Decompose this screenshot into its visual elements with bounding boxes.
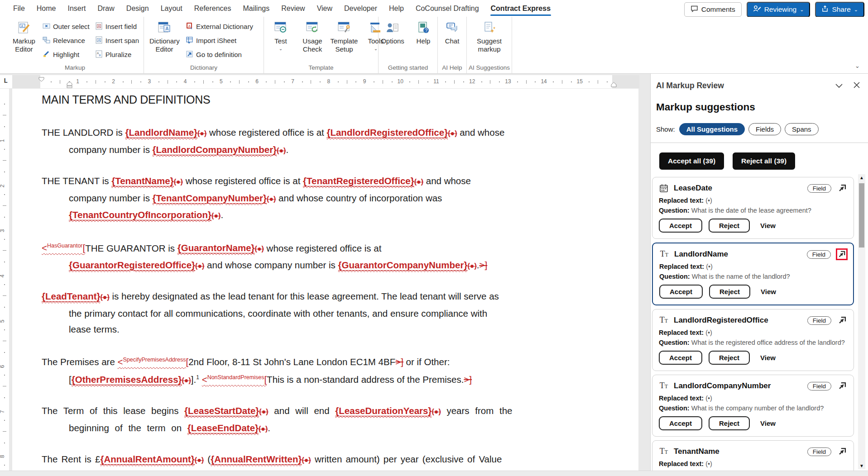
document-text: whose registered office is at xyxy=(206,127,326,138)
tab-selector-icon[interactable]: L xyxy=(4,77,8,85)
reject-button[interactable]: Reject xyxy=(709,416,750,430)
field-token-AnnualRentAmount: {AnnualRentAmount}(●) xyxy=(100,454,204,464)
reject-button[interactable]: Reject xyxy=(709,285,750,299)
accept-all-button[interactable]: Accept all (39) xyxy=(659,152,724,170)
dictionary-editor-button[interactable]: A Dictionary Editor xyxy=(147,19,182,53)
help-button[interactable]: ? Help xyxy=(409,19,437,45)
insert-field-button[interactable]: A Insert field xyxy=(93,19,141,33)
tab-review[interactable]: Review xyxy=(275,0,311,17)
document-page[interactable]: MAIN TERMS AND DEFINITIONS THE LANDLORD … xyxy=(12,89,638,471)
close-icon[interactable] xyxy=(854,82,860,90)
suggestion-card-TenantName[interactable]: TTTenantNameFieldReplaced text: (•) xyxy=(652,440,854,471)
chevron-down-icon[interactable] xyxy=(835,82,843,90)
scrollbar-down-icon[interactable]: ▼ xyxy=(858,462,865,469)
tab-draw[interactable]: Draw xyxy=(91,0,120,17)
accept-button[interactable]: Accept xyxy=(659,416,702,430)
pluralize-button[interactable]: Aa Pluralize xyxy=(93,48,141,62)
accept-button[interactable]: Accept xyxy=(659,219,702,233)
scrollbar-thumb[interactable] xyxy=(859,183,864,248)
share-button[interactable]: Share ⌄ xyxy=(815,2,864,17)
filter-fields[interactable]: Fields xyxy=(748,123,781,135)
tab-cocounsel-drafting[interactable]: CoCounsel Drafting xyxy=(410,0,485,17)
suggest-markup-button[interactable]: Suggest markup xyxy=(473,19,506,53)
chat-button[interactable]: Chat xyxy=(438,19,466,45)
field-token-GuarantorRegisteredOffice: {GuarantorRegisteredOffice}(●) xyxy=(69,260,204,270)
ruler-tick xyxy=(123,81,124,82)
field-type-badge: Field xyxy=(807,316,831,325)
goto-document-icon[interactable] xyxy=(836,182,848,194)
tab-design[interactable]: Design xyxy=(120,0,155,17)
test-button[interactable]: Test ⌄ xyxy=(267,19,295,51)
tab-references[interactable]: References xyxy=(188,0,237,17)
tab-insert[interactable]: Insert xyxy=(62,0,91,17)
view-link[interactable]: View xyxy=(760,354,776,362)
filter-spans[interactable]: Spans xyxy=(785,123,819,135)
collapse-ribbon-icon[interactable]: ⌄ xyxy=(855,62,860,69)
tab-file[interactable]: File xyxy=(7,0,31,17)
ruler-tick xyxy=(60,80,60,84)
relevance-button[interactable]: Relevance xyxy=(41,33,91,48)
goto-document-icon[interactable] xyxy=(836,248,848,260)
reject-button[interactable]: Reject xyxy=(709,351,750,365)
goto-document-icon[interactable] xyxy=(836,314,848,326)
ruler-tick xyxy=(427,81,428,82)
tab-developer[interactable]: Developer xyxy=(338,0,383,17)
document-area: L 123456789101112131415 12345678 MAIN TE… xyxy=(0,74,650,471)
ruler-tick xyxy=(4,104,5,105)
reviewing-button[interactable]: Reviewing ⌄ xyxy=(747,2,810,17)
show-label: Show: xyxy=(656,125,675,133)
external-dictionary-button[interactable]: A External Dictionary xyxy=(184,19,255,33)
outer-select-button[interactable]: Outer select xyxy=(41,19,91,33)
first-line-indent-marker[interactable] xyxy=(38,76,44,84)
template-setup-button[interactable]: Template Setup xyxy=(330,19,358,53)
view-link[interactable]: View xyxy=(761,288,776,295)
tab-help[interactable]: Help xyxy=(383,0,410,17)
span-close-marker: >] xyxy=(395,357,403,367)
comments-button[interactable]: Comments xyxy=(684,2,742,17)
tab-layout[interactable]: Layout xyxy=(155,0,188,17)
goto-document-icon[interactable] xyxy=(836,446,848,457)
view-link[interactable]: View xyxy=(760,222,776,229)
suggestion-card-LeaseDate[interactable]: LeaseDateFieldReplaced text: (•)Question… xyxy=(652,177,854,239)
view-link[interactable]: View xyxy=(760,419,776,427)
span-open-marker-SpecifyPremisesAddress: <SpecifyPremisesAddress[ xyxy=(117,357,188,367)
template-setup-icon xyxy=(337,21,351,36)
tab-view[interactable]: View xyxy=(311,0,338,17)
reject-button[interactable]: Reject xyxy=(709,219,750,233)
panel-scrollbar[interactable]: ▲ ▼ xyxy=(858,174,865,469)
group-label-ai-suggestions: AI Suggestions xyxy=(467,64,512,73)
span-close-marker: >] xyxy=(480,260,488,270)
tab-home[interactable]: Home xyxy=(31,0,62,17)
ruler-tick xyxy=(4,217,5,218)
ruler-number: 2 xyxy=(0,184,5,187)
accept-button[interactable]: Accept xyxy=(659,285,703,299)
horizontal-ruler[interactable]: L 123456789101112131415 xyxy=(0,75,639,88)
go-to-definition-button[interactable]: Go to definition xyxy=(184,48,255,62)
suggestion-card-LandlordRegisteredOffice[interactable]: TTLandlordRegisteredOfficeFieldReplaced … xyxy=(652,309,854,371)
suggestion-card-LandlordName[interactable]: TTLandlordNameFieldReplaced text: (•)Que… xyxy=(652,243,854,305)
document-text: is hereby designated as the lead tenant … xyxy=(110,291,499,301)
insert-span-button[interactable]: A Insert span xyxy=(93,33,141,48)
goto-document-icon[interactable] xyxy=(836,380,848,392)
markup-editor-button[interactable]: A Markup Editor xyxy=(9,19,39,53)
reject-all-button[interactable]: Reject all (39) xyxy=(733,152,795,170)
accept-button[interactable]: Accept xyxy=(659,351,702,365)
calendar-icon xyxy=(659,184,669,193)
import-isheet-button[interactable]: Import iSheet xyxy=(184,33,255,48)
field-token-GuarantorCompanyNumber: {GuarantorCompanyNumber}(●) xyxy=(338,260,477,270)
usage-check-button[interactable]: Usage Check xyxy=(298,19,326,53)
vertical-ruler[interactable]: 12345678 xyxy=(0,89,9,471)
scrollbar-up-icon[interactable]: ▲ xyxy=(858,174,865,181)
ruler-tick xyxy=(212,81,213,82)
ruler-number: 8 xyxy=(0,455,5,458)
options-button[interactable]: Options xyxy=(379,19,407,45)
tab-contract-express[interactable]: Contract Express xyxy=(485,0,557,17)
suggestion-title: LandlordCompanyNumber xyxy=(674,381,771,390)
ruler-tick xyxy=(562,80,562,84)
right-indent-marker[interactable] xyxy=(610,81,617,89)
highlight-button[interactable]: Highlight xyxy=(41,48,91,62)
filter-all-suggestions[interactable]: All Suggestions xyxy=(679,123,745,135)
tab-mailings[interactable]: Mailings xyxy=(237,0,276,17)
suggestion-card-LandlordCompanyNumber[interactable]: TTLandlordCompanyNumberFieldReplaced tex… xyxy=(652,375,854,437)
ruler-number: 3 xyxy=(0,229,5,233)
